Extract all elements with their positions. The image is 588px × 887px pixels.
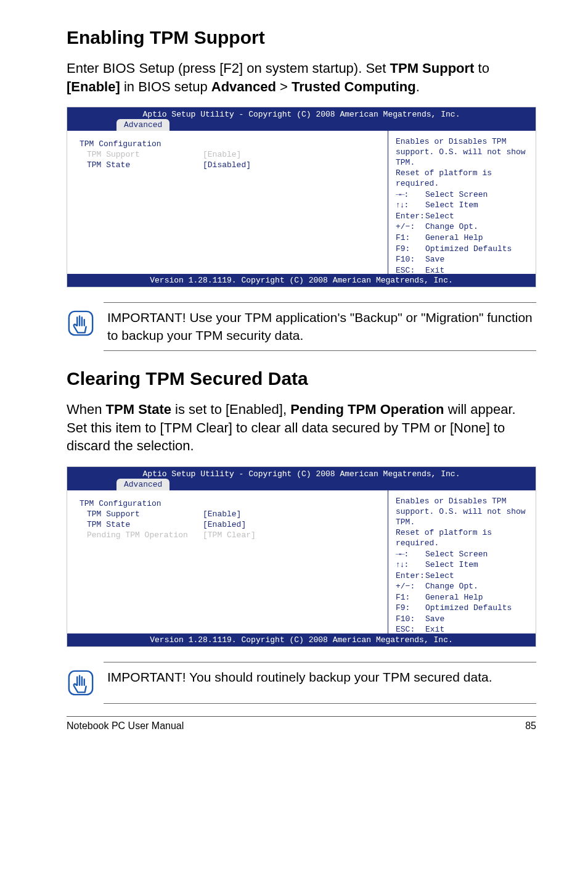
intro-text: Enter BIOS Setup (press [F2] on system s…: [67, 60, 390, 76]
bios-title: Aptio Setup Utility - Copyright (C) 2008…: [67, 107, 536, 119]
bios-value: [Enable]: [203, 150, 241, 159]
bios-help-line: Reset of platform is required.: [396, 528, 528, 549]
intro-text: is set to [Enabled],: [171, 402, 290, 417]
bios-key: ESC:: [396, 265, 425, 276]
intro-bold: Advanced: [211, 79, 276, 94]
bios-footer: Version 1.28.1119. Copyright (C) 2008 Am…: [67, 633, 536, 646]
bios-key: ESC:: [396, 624, 425, 635]
bios-help-panel: Enables or Disables TPM support. O.S. wi…: [388, 490, 536, 633]
footer-manual-title: Notebook PC User Manual: [67, 720, 184, 732]
bios-key-desc: Select Item: [425, 200, 478, 211]
bios-key: →←:: [396, 549, 425, 560]
bios-label: TPM Support: [80, 150, 203, 159]
intro-bold: [Enable]: [67, 79, 120, 94]
bios-screenshot-1: Aptio Setup Utility - Copyright (C) 2008…: [67, 107, 536, 287]
bios-key: ↑↓:: [396, 559, 425, 571]
bios-footer: Version 1.28.1119. Copyright (C) 2008 Am…: [67, 274, 536, 287]
bios-tab-row: Advanced: [67, 479, 536, 490]
bios-key: F1:: [396, 233, 425, 244]
note-important-2: IMPORTANT! You should routinely backup y…: [104, 662, 536, 704]
bios-key-legend: →←:Select Screen ↑↓:Select Item Enter: S…: [396, 189, 528, 276]
bios-key: F9:: [396, 244, 425, 255]
bios-key: +/−:: [396, 581, 425, 592]
bios-label: Pending TPM Operation: [80, 530, 203, 540]
bios-help-line: support. O.S. will not show TPM.: [396, 147, 528, 168]
intro-bold: TPM State: [106, 402, 171, 417]
svg-rect-1: [69, 671, 92, 695]
bios-key-desc: Change Opt.: [425, 221, 478, 233]
intro-clear-tpm: When TPM State is set to [Enabled], Pend…: [67, 400, 536, 455]
bios-key-desc: General Help: [425, 592, 483, 603]
heading-enable-tpm: Enabling TPM Support: [67, 27, 536, 48]
bios-help-panel: Enables or Disables TPM support. O.S. wi…: [388, 131, 536, 274]
bios-key-desc: Select: [425, 571, 454, 582]
bios-tab-advanced: Advanced: [116, 119, 169, 131]
intro-text: When: [67, 402, 106, 417]
intro-bold: Trusted Computing: [292, 79, 416, 94]
bios-main-panel: TPM Configuration TPM Support [Enable] T…: [67, 131, 388, 274]
bios-value: [Disabled]: [203, 160, 251, 170]
bios-row-tpm-state: TPM State [Enabled]: [80, 520, 375, 529]
bios-key: ↑↓:: [396, 200, 425, 211]
bios-key-desc: Select Screen: [425, 549, 488, 560]
bios-key-desc: General Help: [425, 233, 483, 244]
note-important-1: IMPORTANT! Use your TPM application's "B…: [104, 302, 536, 351]
bios-key: Enter:: [396, 211, 425, 222]
bios-row-tpm-support: TPM Support [Enable]: [80, 150, 375, 159]
intro-bold: TPM Support: [390, 60, 475, 76]
intro-bold: Pending TPM Operation: [290, 402, 444, 417]
intro-enable-tpm: Enter BIOS Setup (press [F2] on system s…: [67, 59, 536, 96]
bios-row-tpm-state: TPM State [Disabled]: [80, 160, 375, 170]
bios-value: [Enabled]: [203, 520, 246, 529]
bios-key-desc: Save: [425, 254, 444, 265]
footer-page-number: 85: [525, 720, 536, 732]
bios-key: F9:: [396, 603, 425, 614]
bios-key-desc: Exit: [425, 265, 444, 276]
heading-clear-tpm: Clearing TPM Secured Data: [67, 368, 536, 389]
note-text: IMPORTANT! Use your TPM application's "B…: [107, 309, 536, 344]
bios-row-tpm-support: TPM Support [Enable]: [80, 510, 375, 519]
bios-key: F10:: [396, 254, 425, 265]
bios-key: +/−:: [396, 221, 425, 233]
intro-text: in BIOS setup: [120, 79, 211, 94]
bios-key: F1:: [396, 592, 425, 603]
intro-text: .: [416, 79, 420, 94]
hand-icon: [67, 669, 95, 697]
bios-key-desc: Select Screen: [425, 189, 488, 200]
hand-icon: [67, 309, 95, 337]
bios-label: TPM State: [80, 160, 203, 170]
bios-key: →←:: [396, 189, 425, 200]
bios-key-desc: Save: [425, 614, 444, 625]
bios-config-title: TPM Configuration: [80, 139, 203, 149]
bios-help-line: Reset of platform is required.: [396, 168, 528, 189]
bios-key: F10:: [396, 614, 425, 625]
page-footer: Notebook PC User Manual 85: [67, 716, 536, 732]
intro-text: >: [276, 79, 292, 94]
bios-key-desc: Optimized Defaults: [425, 244, 512, 255]
bios-key-desc: Exit: [425, 624, 444, 635]
bios-row-pending-operation: Pending TPM Operation [TPM Clear]: [80, 530, 375, 540]
bios-value: [TPM Clear]: [203, 530, 256, 540]
bios-help-line: Enables or Disables TPM: [396, 137, 528, 147]
bios-label: TPM State: [80, 520, 203, 529]
bios-label: TPM Support: [80, 510, 203, 519]
bios-help-line: Enables or Disables TPM: [396, 497, 528, 507]
svg-rect-0: [69, 311, 92, 335]
bios-key-legend: →←:Select Screen ↑↓:Select Item Enter: S…: [396, 549, 528, 635]
bios-key: Enter:: [396, 571, 425, 582]
bios-main-panel: TPM Configuration TPM Support [Enable] T…: [67, 490, 388, 633]
note-text: IMPORTANT! You should routinely backup y…: [107, 669, 492, 686]
bios-title: Aptio Setup Utility - Copyright (C) 2008…: [67, 467, 536, 479]
bios-help-line: support. O.S. will not show TPM.: [396, 507, 528, 528]
bios-key-desc: Select Item: [425, 559, 478, 571]
bios-tab-row: Advanced: [67, 119, 536, 131]
bios-key-desc: Optimized Defaults: [425, 603, 512, 614]
bios-screenshot-2: Aptio Setup Utility - Copyright (C) 2008…: [67, 466, 536, 647]
intro-text: to: [474, 60, 489, 76]
bios-tab-advanced: Advanced: [116, 479, 169, 490]
bios-key-desc: Select: [425, 211, 454, 222]
bios-key-desc: Change Opt.: [425, 581, 478, 592]
bios-config-title: TPM Configuration: [80, 499, 203, 508]
bios-value: [Enable]: [203, 510, 241, 519]
